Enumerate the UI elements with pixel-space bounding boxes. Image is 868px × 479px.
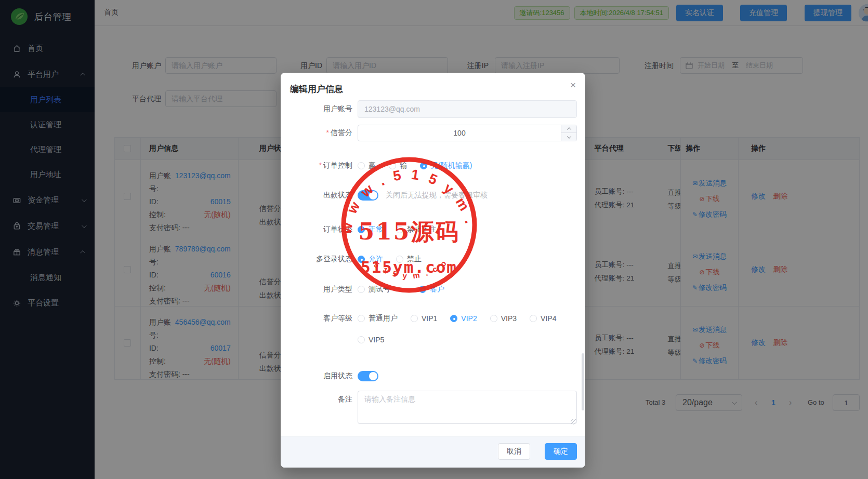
radio-forbid[interactable]: 禁止 [396, 255, 422, 264]
increase-button[interactable] [561, 125, 576, 133]
radio-allow[interactable]: 允许 [358, 255, 383, 264]
radio-vip1[interactable]: VIP1 [411, 314, 437, 323]
radio-vip3[interactable]: VIP3 [490, 314, 517, 323]
dialog-title: 编辑用户信息 [290, 83, 343, 95]
customer-level-row: 客户等级 普通用户 VIP1 VIP2 VIP3 VIP4 VIP5 [289, 314, 577, 344]
credit-number-input [358, 125, 577, 141]
radio-forbid-bet[interactable]: 禁止下注 [396, 225, 436, 234]
radio-none-random[interactable]: 无(随机输赢) [420, 161, 472, 170]
enabled-state-row: 启用状态 [289, 371, 378, 381]
order-control-row: *订单控制 赢 输 无(随机输赢) [289, 161, 577, 170]
decrease-button[interactable] [561, 133, 576, 141]
payout-state-label: 出款状态 [289, 191, 352, 200]
radio-icon [358, 315, 365, 322]
radio-icon [358, 286, 365, 293]
account-field-row: 用户账号 [289, 100, 577, 118]
account-field-input [358, 100, 577, 118]
radio-icon [490, 315, 497, 322]
radio-icon [358, 162, 365, 169]
radio-icon [420, 162, 427, 169]
multi-login-label: 多登录状态 [289, 255, 352, 264]
close-icon[interactable]: × [570, 80, 576, 90]
radio-icon [396, 256, 403, 263]
payout-hint: 关闭后无法提现，需要客服审核 [386, 191, 488, 200]
radio-icon [450, 315, 457, 322]
radio-vip5[interactable]: VIP5 [358, 336, 384, 344]
credit-field-row: *信誉分 [289, 125, 577, 141]
cancel-button[interactable]: 取消 [498, 443, 530, 460]
radio-icon [358, 256, 365, 263]
remark-label: 备注 [289, 391, 352, 404]
chevron-down-icon [567, 134, 571, 138]
customer-level-label: 客户等级 [289, 314, 352, 323]
page: 后台管理 首页 平台用户 用户列表 认证管理 [0, 0, 868, 479]
dialog-footer: 取消 确定 [281, 436, 585, 468]
dialog-scrollbar[interactable] [582, 353, 584, 410]
credit-value-input[interactable] [358, 125, 561, 141]
resize-grip[interactable] [571, 419, 576, 424]
required-star: * [326, 128, 329, 137]
radio-icon [419, 286, 426, 293]
radio-icon [358, 226, 365, 233]
radio-test-account[interactable]: 测试号 [358, 285, 390, 294]
radio-normal[interactable]: 正常 [358, 225, 383, 234]
radio-level-normal[interactable]: 普通用户 [358, 314, 398, 323]
user-type-label: 用户类型 [289, 285, 352, 294]
radio-customer[interactable]: 客户 [419, 285, 444, 294]
user-type-row: 用户类型 测试号 客户 [289, 285, 577, 294]
radio-icon [530, 315, 537, 322]
remark-row: 备注 [289, 391, 577, 426]
required-star: * [319, 161, 322, 169]
edit-user-dialog: 编辑用户信息 × 用户账号 *信誉分 *订单控制 赢 输 无(随机输赢) [281, 73, 585, 468]
enabled-state-label: 启用状态 [289, 371, 352, 381]
radio-vip4[interactable]: VIP4 [530, 314, 556, 323]
account-field-label: 用户账号 [289, 104, 352, 114]
confirm-button[interactable]: 确定 [545, 443, 577, 460]
enabled-toggle[interactable] [358, 371, 378, 381]
order-control-label: *订单控制 [289, 161, 352, 170]
radio-icon [358, 336, 365, 343]
order-state-row: 订单状态 正常 禁止下注 [289, 225, 577, 234]
credit-field-label: *信誉分 [289, 128, 352, 138]
remark-textarea[interactable] [358, 391, 577, 424]
radio-win[interactable]: 赢 [358, 161, 376, 170]
radio-lose[interactable]: 输 [389, 161, 407, 170]
radio-vip2[interactable]: VIP2 [450, 314, 477, 323]
radio-icon [389, 162, 396, 169]
number-stepper [561, 125, 576, 141]
order-state-label: 订单状态 [289, 225, 352, 234]
radio-icon [411, 315, 418, 322]
payout-state-row: 出款状态 关闭后无法提现，需要客服审核 [289, 190, 488, 201]
payout-toggle[interactable] [358, 190, 378, 201]
radio-icon [396, 226, 403, 233]
chevron-up-icon [567, 127, 571, 131]
multi-login-row: 多登录状态 允许 禁止 [289, 255, 577, 264]
